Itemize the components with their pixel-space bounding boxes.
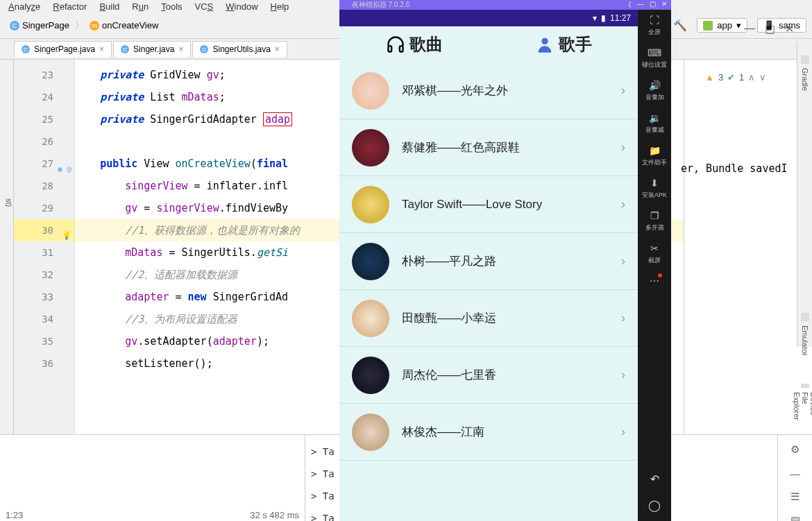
avatar xyxy=(352,357,389,394)
emu-side-键位设置[interactable]: ⌨键位设置 xyxy=(642,46,667,69)
chevron-down-icon: ▾ xyxy=(736,20,741,31)
song-item[interactable]: Taylor Swift——Love Story › xyxy=(339,176,638,233)
menu-window[interactable]: Window xyxy=(226,1,257,12)
avatar xyxy=(352,72,389,110)
tab-songs[interactable]: 歌曲 xyxy=(339,26,489,62)
tool-device-file-explorer[interactable]: Device File Explorer xyxy=(793,384,813,425)
tool-gradle[interactable]: Gradle xyxy=(801,55,809,91)
window-close-icon[interactable]: ✕ xyxy=(785,22,794,35)
breadcrumb-method[interactable]: m onCreateView xyxy=(85,19,162,32)
side-label: 多开器 xyxy=(645,223,664,232)
class-icon: C xyxy=(121,45,129,53)
emu-side-音量减[interactable]: 🔉音量减 xyxy=(645,112,664,135)
chevron-right-icon: › xyxy=(621,254,625,268)
close-icon[interactable]: × xyxy=(275,44,280,54)
breadcrumb-method-label: onCreateView xyxy=(102,20,158,31)
menu-build[interactable]: Build xyxy=(99,1,119,12)
chevron-right-icon: › xyxy=(621,311,625,325)
nav-home-icon[interactable]: ◯ xyxy=(644,495,665,515)
song-title: 林俊杰——江南 xyxy=(402,424,621,440)
check-count: 1 xyxy=(739,72,744,83)
emulator-sidebar: ⛶全屏⌨键位设置🔊音量加🔉音量减📁文件助手⬇安装APK❐多开器✂截屏⋯ ↶ ◯ xyxy=(638,10,671,521)
phone-screen: ▾ ▮ 11:27 歌曲 歌手 邓紫棋——光年之外 › 蔡健雅——红色高跟鞋 ›… xyxy=(339,10,638,521)
emu-side-文件助手[interactable]: 📁文件助手 xyxy=(642,144,667,167)
emulator-icon xyxy=(801,313,809,321)
breadcrumb-sep: 〉 xyxy=(75,19,84,32)
window-max-icon[interactable]: ▢ xyxy=(765,22,775,35)
emu-side-截屏[interactable]: ✂截屏 xyxy=(648,242,661,265)
song-item[interactable]: 周杰伦——七里香 › xyxy=(339,347,638,404)
chevron-right-icon: › xyxy=(621,197,625,212)
chevron-down-icon[interactable]: ∨ xyxy=(759,72,766,83)
close-icon[interactable]: × xyxy=(178,44,183,54)
emu-close-icon[interactable]: ✕ xyxy=(661,0,667,10)
class-icon: C xyxy=(22,45,30,53)
side-icon: ✂ xyxy=(648,242,661,255)
song-item[interactable]: 朴树——平凡之路 › xyxy=(339,233,638,290)
window-min-icon[interactable]: — xyxy=(744,22,755,35)
emulator-titlebar[interactable]: 夜神模拟器 7.0.2.6 《 — ▢ ✕ xyxy=(339,0,671,10)
tab-singer[interactable]: C Singer.java × xyxy=(113,41,191,57)
layout-icon-2[interactable]: ▤ xyxy=(788,513,803,521)
tab-singerpage[interactable]: C SingerPage.java × xyxy=(14,41,112,57)
song-item[interactable]: 蔡健雅——红色高跟鞋 › xyxy=(339,119,638,176)
build-status: 1:23 32 s 482 ms xyxy=(0,435,305,521)
menu-refactor[interactable]: Refactor xyxy=(53,1,87,12)
tab-label: SingerUtils.java xyxy=(212,44,270,54)
right-gutter-panel: ▲ 3 ✔ 1 ∧ ∨ er, Bundle savedI xyxy=(684,60,812,434)
svg-rect-1 xyxy=(399,46,403,51)
side-icon: ⬇ xyxy=(648,177,661,189)
menu-tools[interactable]: Tools xyxy=(161,1,182,12)
emu-maximize-icon[interactable]: ▢ xyxy=(650,0,656,10)
song-list[interactable]: 邓紫棋——光年之外 › 蔡健雅——红色高跟鞋 › Taylor Swift——L… xyxy=(339,62,638,521)
gutter: 2324252627◉ @282930💡313233343536 xyxy=(14,60,75,434)
chevron-right-icon: › xyxy=(621,83,625,98)
left-tool-strip[interactable]: st) xyxy=(0,60,14,434)
tab-label: Singer.java xyxy=(133,44,174,54)
gear-icon[interactable]: ⚙ xyxy=(788,442,803,457)
method-icon: m xyxy=(90,21,99,31)
menu-run[interactable]: Run xyxy=(132,1,149,12)
run-config-dropdown[interactable]: app ▾ xyxy=(697,18,747,33)
svg-point-2 xyxy=(541,38,548,44)
tab-singers[interactable]: 歌手 xyxy=(489,26,638,62)
song-item[interactable]: 林俊杰——江南 › xyxy=(339,404,638,461)
close-icon[interactable]: × xyxy=(99,44,104,54)
side-icon: ❐ xyxy=(648,210,661,222)
wifi-icon: ▾ xyxy=(593,13,597,23)
menu-vcs[interactable]: VCS xyxy=(195,1,214,12)
layout-icon-1[interactable]: ☰ xyxy=(788,489,803,504)
side-label: 音量加 xyxy=(645,93,664,102)
right-tool-strip: Gradle Emulator Device File Explorer xyxy=(797,42,812,347)
side-icon: 📁 xyxy=(648,144,661,157)
emu-minimize-icon[interactable]: 《 xyxy=(625,0,632,10)
nav-back-icon[interactable]: ↶ xyxy=(644,468,665,489)
breadcrumb-class-label: SingerPage xyxy=(22,20,69,31)
minimize-icon[interactable]: — xyxy=(788,466,803,481)
build-duration: 32 s 482 ms xyxy=(250,510,299,520)
emu-side-全屏[interactable]: ⛶全屏 xyxy=(648,14,661,37)
emu-minimize-icon[interactable]: — xyxy=(637,0,644,10)
chevron-up-icon[interactable]: ∧ xyxy=(748,72,755,83)
song-item[interactable]: 田馥甄——小幸运 › xyxy=(339,290,638,347)
side-icon: ⌨ xyxy=(648,46,661,59)
menu-help[interactable]: Help xyxy=(271,1,289,12)
warning-icon: ▲ xyxy=(705,72,714,83)
class-icon: C xyxy=(200,45,208,53)
emu-side-多开器[interactable]: ❐多开器 xyxy=(645,210,664,232)
menu-analyze[interactable]: Analyze xyxy=(8,1,40,12)
emu-side-安装APK[interactable]: ⬇安装APK xyxy=(642,177,667,200)
inspection-widget[interactable]: ▲ 3 ✔ 1 ∧ ∨ xyxy=(705,72,766,83)
side-label: 全屏 xyxy=(648,28,661,37)
build-icon[interactable]: 🔨 xyxy=(673,19,687,32)
side-icon: 🔉 xyxy=(648,112,661,124)
emu-side-音量加[interactable]: 🔊音量加 xyxy=(645,79,664,102)
check-icon: ✔ xyxy=(727,72,735,83)
breadcrumb-class[interactable]: C SingerPage xyxy=(6,19,74,32)
tool-emulator[interactable]: Emulator xyxy=(801,313,809,356)
emu-side-more[interactable]: ⋯ xyxy=(648,275,661,287)
song-title: Taylor Swift——Love Story xyxy=(402,198,621,212)
class-icon: C xyxy=(10,21,19,31)
tab-singerutils[interactable]: C SingerUtils.java × xyxy=(192,41,287,57)
song-item[interactable]: 邓紫棋——光年之外 › xyxy=(339,62,638,119)
